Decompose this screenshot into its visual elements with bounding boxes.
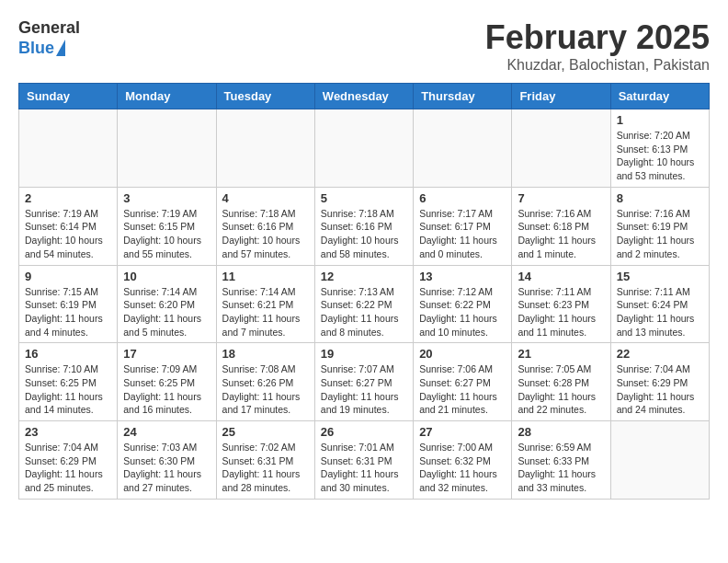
day-number: 18 (222, 347, 309, 361)
day-number: 8 (617, 191, 703, 205)
day-info: Sunrise: 7:06 AM Sunset: 6:27 PM Dayligh… (419, 362, 506, 417)
day-cell: 13Sunrise: 7:12 AM Sunset: 6:22 PM Dayli… (414, 265, 512, 343)
day-cell: 10Sunrise: 7:14 AM Sunset: 6:20 PM Dayli… (118, 265, 216, 343)
day-info: Sunrise: 7:15 AM Sunset: 6:19 PM Dayligh… (25, 285, 111, 339)
day-number: 15 (617, 270, 703, 283)
day-number: 12 (321, 270, 407, 283)
calendar-table: SundayMondayTuesdayWednesdayThursdayFrid… (18, 83, 710, 500)
logo-general-text: General (18, 18, 80, 39)
day-info: Sunrise: 7:02 AM Sunset: 6:31 PM Dayligh… (222, 441, 309, 495)
day-info: Sunrise: 7:11 AM Sunset: 6:23 PM Dayligh… (518, 285, 604, 339)
day-number: 23 (25, 425, 111, 439)
day-cell: 22Sunrise: 7:04 AM Sunset: 6:29 PM Dayli… (610, 343, 709, 421)
day-cell: 21Sunrise: 7:05 AM Sunset: 6:28 PM Dayli… (512, 343, 610, 421)
day-info: Sunrise: 7:13 AM Sunset: 6:22 PM Dayligh… (321, 285, 407, 339)
day-number: 9 (25, 270, 111, 283)
day-number: 13 (419, 270, 506, 283)
day-cell: 7Sunrise: 7:16 AM Sunset: 6:18 PM Daylig… (512, 187, 610, 265)
day-cell: 24Sunrise: 7:03 AM Sunset: 6:30 PM Dayli… (118, 421, 216, 500)
page-header: General Blue February 2025 Khuzdar, Balo… (18, 18, 710, 74)
day-cell (314, 109, 413, 188)
day-number: 27 (419, 425, 506, 439)
day-cell: 11Sunrise: 7:14 AM Sunset: 6:21 PM Dayli… (216, 265, 314, 343)
day-number: 22 (617, 347, 703, 361)
day-cell (216, 109, 314, 188)
day-info: Sunrise: 7:16 AM Sunset: 6:18 PM Dayligh… (518, 207, 604, 261)
day-number: 19 (321, 347, 407, 361)
day-cell: 27Sunrise: 7:00 AM Sunset: 6:32 PM Dayli… (414, 421, 512, 500)
weekday-header-friday: Friday (512, 84, 610, 109)
day-info: Sunrise: 7:18 AM Sunset: 6:16 PM Dayligh… (321, 207, 407, 261)
day-cell: 28Sunrise: 6:59 AM Sunset: 6:33 PM Dayli… (512, 421, 610, 500)
day-number: 6 (419, 191, 506, 205)
day-info: Sunrise: 7:12 AM Sunset: 6:22 PM Dayligh… (419, 285, 506, 339)
week-row-3: 9Sunrise: 7:15 AM Sunset: 6:19 PM Daylig… (19, 265, 710, 343)
day-cell: 16Sunrise: 7:10 AM Sunset: 6:25 PM Dayli… (19, 343, 118, 421)
day-info: Sunrise: 7:16 AM Sunset: 6:19 PM Dayligh… (617, 207, 703, 261)
day-cell: 8Sunrise: 7:16 AM Sunset: 6:19 PM Daylig… (610, 187, 709, 265)
day-info: Sunrise: 7:00 AM Sunset: 6:32 PM Dayligh… (419, 441, 506, 495)
weekday-header-wednesday: Wednesday (314, 84, 413, 109)
day-info: Sunrise: 7:07 AM Sunset: 6:27 PM Dayligh… (321, 362, 407, 417)
day-number: 3 (123, 191, 210, 205)
day-number: 5 (321, 191, 407, 205)
day-number: 21 (518, 347, 604, 361)
day-number: 1 (617, 113, 703, 127)
day-cell: 19Sunrise: 7:07 AM Sunset: 6:27 PM Dayli… (314, 343, 413, 421)
day-number: 10 (123, 270, 210, 283)
day-info: Sunrise: 7:20 AM Sunset: 6:13 PM Dayligh… (617, 129, 703, 183)
weekday-header-monday: Monday (118, 84, 216, 109)
day-cell: 18Sunrise: 7:08 AM Sunset: 6:26 PM Dayli… (216, 343, 314, 421)
day-number: 4 (222, 191, 309, 205)
weekday-header-thursday: Thursday (414, 84, 512, 109)
day-cell: 12Sunrise: 7:13 AM Sunset: 6:22 PM Dayli… (314, 265, 413, 343)
weekday-header-row: SundayMondayTuesdayWednesdayThursdayFrid… (19, 84, 710, 109)
day-info: Sunrise: 7:14 AM Sunset: 6:20 PM Dayligh… (123, 285, 210, 339)
day-cell: 17Sunrise: 7:09 AM Sunset: 6:25 PM Dayli… (118, 343, 216, 421)
week-row-1: 1Sunrise: 7:20 AM Sunset: 6:13 PM Daylig… (19, 109, 710, 188)
weekday-header-tuesday: Tuesday (216, 84, 314, 109)
day-number: 14 (518, 270, 604, 283)
weekday-header-sunday: Sunday (19, 84, 118, 109)
day-number: 11 (222, 270, 309, 283)
day-info: Sunrise: 7:19 AM Sunset: 6:15 PM Dayligh… (123, 207, 210, 261)
day-cell: 20Sunrise: 7:06 AM Sunset: 6:27 PM Dayli… (414, 343, 512, 421)
day-cell: 5Sunrise: 7:18 AM Sunset: 6:16 PM Daylig… (314, 187, 413, 265)
day-cell (512, 109, 610, 188)
day-info: Sunrise: 7:05 AM Sunset: 6:28 PM Dayligh… (518, 362, 604, 417)
day-cell: 14Sunrise: 7:11 AM Sunset: 6:23 PM Dayli… (512, 265, 610, 343)
day-info: Sunrise: 7:04 AM Sunset: 6:29 PM Dayligh… (25, 441, 111, 495)
day-number: 2 (25, 191, 111, 205)
week-row-2: 2Sunrise: 7:19 AM Sunset: 6:14 PM Daylig… (19, 187, 710, 265)
month-year-title: February 2025 (485, 18, 710, 57)
location-subtitle: Khuzdar, Balochistan, Pakistan (485, 57, 710, 74)
day-cell (19, 109, 118, 188)
day-cell: 6Sunrise: 7:17 AM Sunset: 6:17 PM Daylig… (414, 187, 512, 265)
day-number: 28 (518, 425, 604, 439)
day-info: Sunrise: 7:14 AM Sunset: 6:21 PM Dayligh… (222, 285, 309, 339)
day-cell: 9Sunrise: 7:15 AM Sunset: 6:19 PM Daylig… (19, 265, 118, 343)
day-number: 24 (123, 425, 210, 439)
day-cell: 26Sunrise: 7:01 AM Sunset: 6:31 PM Dayli… (314, 421, 413, 500)
day-info: Sunrise: 6:59 AM Sunset: 6:33 PM Dayligh… (518, 441, 604, 495)
day-number: 16 (25, 347, 111, 361)
day-cell (610, 421, 709, 500)
logo-blue-text: Blue (18, 39, 54, 59)
logo-triangle-icon (56, 40, 65, 56)
day-number: 17 (123, 347, 210, 361)
day-cell: 4Sunrise: 7:18 AM Sunset: 6:16 PM Daylig… (216, 187, 314, 265)
day-info: Sunrise: 7:17 AM Sunset: 6:17 PM Dayligh… (419, 207, 506, 261)
day-number: 7 (518, 191, 604, 205)
day-info: Sunrise: 7:19 AM Sunset: 6:14 PM Dayligh… (25, 207, 111, 261)
day-info: Sunrise: 7:03 AM Sunset: 6:30 PM Dayligh… (123, 441, 210, 495)
day-cell: 3Sunrise: 7:19 AM Sunset: 6:15 PM Daylig… (118, 187, 216, 265)
day-info: Sunrise: 7:10 AM Sunset: 6:25 PM Dayligh… (25, 362, 111, 417)
day-cell: 23Sunrise: 7:04 AM Sunset: 6:29 PM Dayli… (19, 421, 118, 500)
day-cell (118, 109, 216, 188)
day-cell: 1Sunrise: 7:20 AM Sunset: 6:13 PM Daylig… (610, 109, 709, 188)
day-number: 26 (321, 425, 407, 439)
week-row-4: 16Sunrise: 7:10 AM Sunset: 6:25 PM Dayli… (19, 343, 710, 421)
day-info: Sunrise: 7:01 AM Sunset: 6:31 PM Dayligh… (321, 441, 407, 495)
weekday-header-saturday: Saturday (610, 84, 709, 109)
day-number: 20 (419, 347, 506, 361)
